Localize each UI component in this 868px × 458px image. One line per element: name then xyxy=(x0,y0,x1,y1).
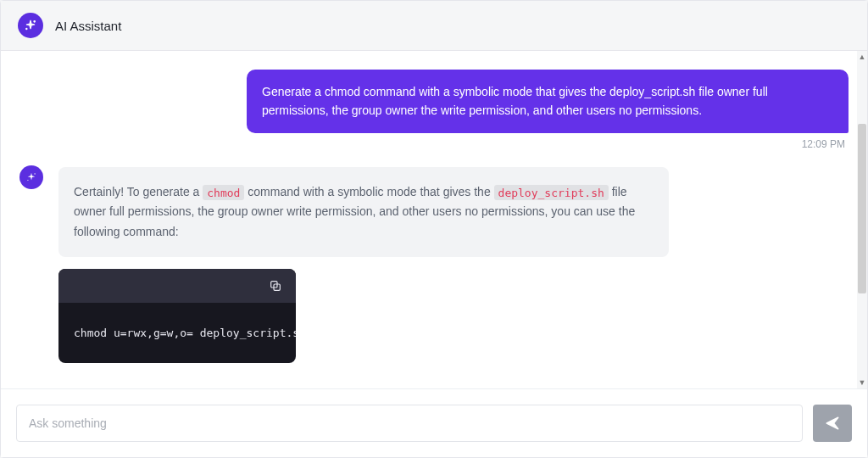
assistant-message-content: Certainly! To generate a chmod command w… xyxy=(58,167,669,362)
scrollbar[interactable]: ▲ ▼ xyxy=(857,51,867,388)
scroll-up-arrow[interactable]: ▲ xyxy=(857,51,867,63)
user-message-row: Generate a chmod command with a symbolic… xyxy=(19,70,849,133)
inline-code-filename: deploy_script.sh xyxy=(494,185,609,200)
copy-button[interactable] xyxy=(265,276,286,296)
code-content[interactable]: chmod u=rwx,g=w,o= deploy_script.sh xyxy=(58,303,296,363)
code-toolbar xyxy=(58,269,296,303)
scrollbar-thumb[interactable] xyxy=(858,124,866,293)
scroll-down-arrow[interactable]: ▼ xyxy=(857,377,867,388)
chat-inner[interactable]: Generate a chmod command with a symbolic… xyxy=(1,51,867,388)
send-button[interactable] xyxy=(813,405,852,442)
composer xyxy=(1,388,867,457)
copy-icon xyxy=(269,279,282,293)
sparkle-icon xyxy=(24,19,37,32)
svg-point-1 xyxy=(26,28,27,29)
assistant-text-fragment: command with a symbolic mode that gives … xyxy=(248,185,493,198)
svg-point-2 xyxy=(34,174,35,175)
svg-point-0 xyxy=(34,21,36,23)
assistant-avatar xyxy=(19,165,43,189)
send-icon xyxy=(825,416,840,431)
inline-code-chmod: chmod xyxy=(203,185,244,200)
message-input[interactable] xyxy=(16,405,803,442)
app-root: AI Assistant Generate a chmod command wi… xyxy=(0,0,868,458)
user-message-bubble: Generate a chmod command with a symbolic… xyxy=(247,70,849,133)
app-title: AI Assistant xyxy=(55,19,121,33)
header: AI Assistant xyxy=(1,1,867,51)
sparkle-icon xyxy=(25,171,37,183)
chat-area: Generate a chmod command with a symbolic… xyxy=(1,51,867,388)
assistant-message-row: Certainly! To generate a chmod command w… xyxy=(19,167,849,362)
assistant-text-fragment: Certainly! To generate a xyxy=(74,185,203,198)
message-timestamp: 12:09 PM xyxy=(19,138,849,150)
assistant-text-block: Certainly! To generate a chmod command w… xyxy=(58,167,669,256)
svg-point-3 xyxy=(27,180,28,181)
code-block: chmod u=rwx,g=w,o= deploy_script.sh xyxy=(58,269,296,363)
app-logo xyxy=(18,13,43,38)
